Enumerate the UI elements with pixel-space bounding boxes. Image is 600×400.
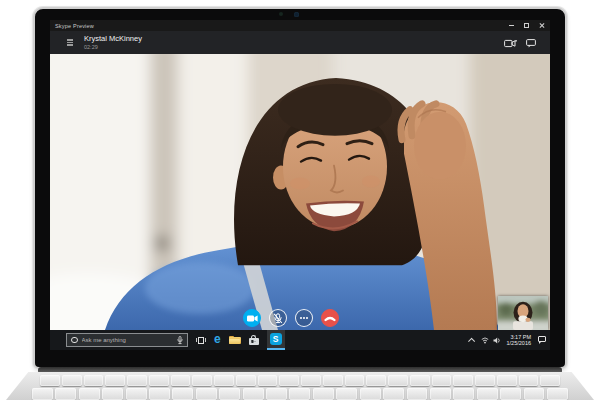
end-call-button[interactable] bbox=[321, 309, 339, 327]
menu-icon[interactable] bbox=[67, 39, 73, 45]
more-options-button[interactable] bbox=[295, 309, 313, 327]
self-video-preview[interactable] bbox=[498, 296, 548, 330]
laptop-mockup: Skype Preview Krystal McKinney 02:29 bbox=[0, 0, 600, 400]
network-icon[interactable] bbox=[481, 337, 489, 344]
keyboard-row bbox=[40, 375, 560, 386]
add-video-camera-icon[interactable] bbox=[504, 34, 517, 52]
volume-icon[interactable] bbox=[493, 337, 501, 344]
keyboard-deck bbox=[6, 372, 594, 400]
remote-video-feed bbox=[50, 54, 550, 330]
cortana-search-box[interactable] bbox=[66, 333, 188, 347]
call-header: Krystal McKinney 02:29 bbox=[50, 31, 550, 54]
app-title: Skype Preview bbox=[55, 23, 94, 29]
store-icon[interactable] bbox=[249, 335, 259, 345]
skype-taskbar-icon[interactable]: S bbox=[267, 330, 285, 350]
window-titlebar: Skype Preview bbox=[50, 20, 550, 31]
close-icon[interactable] bbox=[537, 20, 546, 31]
action-center-icon[interactable] bbox=[538, 336, 547, 344]
microphone-icon[interactable] bbox=[177, 336, 183, 345]
video-button[interactable] bbox=[243, 309, 261, 327]
window-controls bbox=[507, 20, 546, 31]
minimize-icon[interactable] bbox=[507, 20, 516, 31]
call-header-actions bbox=[504, 34, 536, 52]
maximize-icon[interactable] bbox=[522, 20, 531, 31]
contact-name: Krystal McKinney bbox=[84, 35, 142, 43]
chevron-up-icon[interactable] bbox=[468, 338, 474, 344]
cortana-icon bbox=[71, 337, 78, 344]
task-view-button[interactable] bbox=[196, 336, 206, 344]
tray-clock[interactable]: 3:17 PM 1/25/2016 bbox=[507, 334, 531, 346]
keyboard-row bbox=[32, 388, 568, 400]
edge-icon[interactable]: e bbox=[214, 334, 221, 346]
call-controls bbox=[243, 309, 339, 327]
tray-date: 1/25/2016 bbox=[507, 340, 531, 346]
file-explorer-icon[interactable] bbox=[229, 336, 241, 345]
webcam-icon bbox=[24, 12, 554, 17]
call-identity: Krystal McKinney 02:29 bbox=[84, 35, 142, 50]
call-timer: 02:29 bbox=[84, 44, 142, 50]
three-dots-icon bbox=[300, 317, 309, 319]
screen: Skype Preview Krystal McKinney 02:29 bbox=[50, 20, 550, 350]
mute-button[interactable] bbox=[269, 309, 287, 327]
chat-icon[interactable] bbox=[526, 34, 536, 52]
system-tray: 3:17 PM 1/25/2016 bbox=[469, 334, 547, 346]
search-input[interactable] bbox=[82, 337, 178, 343]
taskbar: e S 3:17 PM 1/25/2016 bbox=[50, 330, 550, 350]
